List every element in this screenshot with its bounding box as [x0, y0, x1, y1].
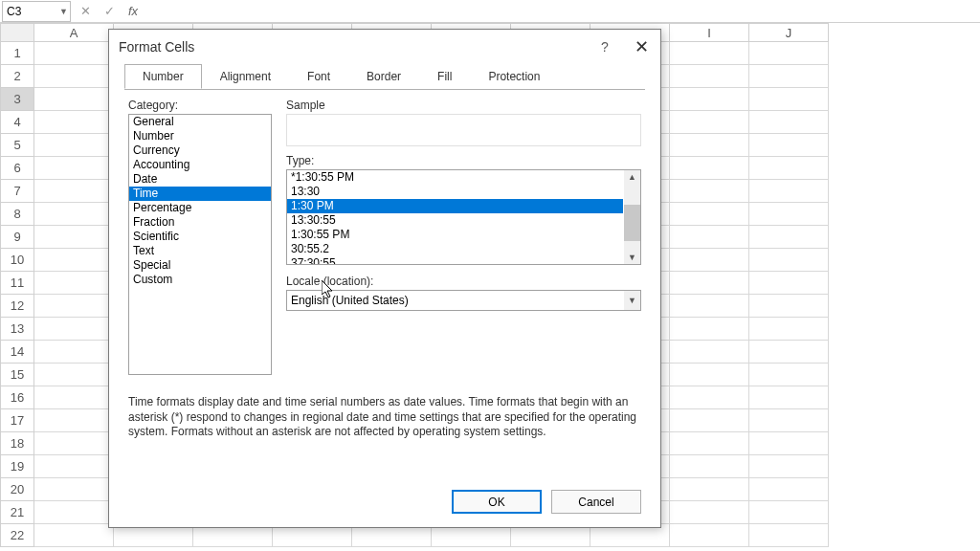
cell[interactable]	[670, 318, 749, 341]
cell[interactable]	[749, 295, 829, 318]
cell[interactable]	[34, 501, 114, 524]
cell[interactable]	[34, 478, 114, 501]
name-box-dropdown-icon[interactable]: ▼	[59, 7, 68, 16]
cell[interactable]	[670, 272, 749, 295]
cell[interactable]	[749, 409, 829, 432]
type-item[interactable]: 1:30 PM	[287, 199, 623, 213]
cell[interactable]	[749, 180, 829, 203]
tab-alignment[interactable]: Alignment	[202, 64, 289, 88]
row-header[interactable]: 6	[0, 157, 34, 180]
locale-select[interactable]: English (United States) ▼	[286, 290, 641, 311]
cell[interactable]	[749, 432, 829, 455]
cell[interactable]	[670, 295, 749, 318]
cell[interactable]	[749, 203, 829, 226]
row-header[interactable]: 19	[0, 455, 34, 478]
cell[interactable]	[670, 111, 749, 134]
cancel-button[interactable]: Cancel	[551, 490, 641, 514]
category-list[interactable]: GeneralNumberCurrencyAccountingDateTimeP…	[128, 114, 272, 375]
tab-protection[interactable]: Protection	[470, 64, 558, 88]
cell[interactable]	[34, 249, 114, 272]
cell[interactable]	[34, 88, 114, 111]
cell[interactable]	[670, 203, 749, 226]
cell[interactable]	[749, 226, 829, 249]
type-scrollbar[interactable]: ▲ ▼	[624, 170, 640, 264]
cell[interactable]	[749, 478, 829, 501]
cell[interactable]	[749, 318, 829, 341]
category-item[interactable]: Time	[129, 187, 271, 201]
cell[interactable]	[670, 249, 749, 272]
type-list[interactable]: *1:30:55 PM13:301:30 PM13:30:551:30:55 P…	[286, 169, 641, 265]
row-header[interactable]: 1	[0, 42, 34, 65]
row-header[interactable]: 15	[0, 364, 34, 386]
category-item[interactable]: Number	[129, 129, 271, 143]
cell[interactable]	[670, 524, 749, 547]
cell[interactable]	[749, 455, 829, 478]
row-header[interactable]: 10	[0, 249, 34, 272]
scroll-down-icon[interactable]: ▼	[624, 251, 640, 264]
cell[interactable]	[670, 157, 749, 180]
cell[interactable]	[34, 364, 114, 386]
fx-icon[interactable]: fx	[128, 4, 138, 18]
cell[interactable]	[670, 88, 749, 111]
cell[interactable]	[749, 88, 829, 111]
cell[interactable]	[34, 203, 114, 226]
row-header[interactable]: 2	[0, 65, 34, 88]
cell[interactable]	[34, 409, 114, 432]
category-item[interactable]: Accounting	[129, 158, 271, 172]
category-item[interactable]: Percentage	[129, 201, 271, 215]
cell[interactable]	[670, 364, 749, 386]
category-item[interactable]: Fraction	[129, 215, 271, 230]
cell[interactable]	[34, 42, 114, 65]
scroll-track[interactable]	[624, 184, 640, 251]
cell[interactable]	[670, 409, 749, 432]
tab-number[interactable]: Number	[124, 64, 202, 89]
cell[interactable]	[670, 341, 749, 364]
cell[interactable]	[34, 226, 114, 249]
cell[interactable]	[749, 157, 829, 180]
category-item[interactable]: Special	[129, 258, 271, 273]
type-item[interactable]: 30:55.2	[287, 242, 623, 256]
cell[interactable]	[749, 524, 829, 547]
row-header[interactable]: 8	[0, 203, 34, 226]
row-header[interactable]: 14	[0, 341, 34, 364]
cell[interactable]	[34, 180, 114, 203]
category-item[interactable]: Currency	[129, 143, 271, 158]
type-item[interactable]: 13:30	[287, 185, 623, 199]
cell[interactable]	[670, 134, 749, 157]
row-header[interactable]: 20	[0, 478, 34, 501]
cell[interactable]	[749, 364, 829, 386]
cancel-formula-icon[interactable]: ✕	[80, 4, 91, 18]
cell[interactable]	[670, 432, 749, 455]
row-header[interactable]: 21	[0, 501, 34, 524]
cell[interactable]	[34, 295, 114, 318]
category-item[interactable]: General	[129, 115, 271, 129]
row-header[interactable]: 18	[0, 432, 34, 455]
column-header[interactable]: A	[34, 23, 114, 42]
cell[interactable]	[670, 226, 749, 249]
select-all-corner[interactable]	[0, 23, 34, 42]
row-header[interactable]: 12	[0, 295, 34, 318]
cell[interactable]	[670, 42, 749, 65]
cell[interactable]	[749, 65, 829, 88]
cell[interactable]	[749, 501, 829, 524]
cell[interactable]	[749, 386, 829, 409]
cell[interactable]	[670, 478, 749, 501]
category-item[interactable]: Custom	[129, 273, 271, 287]
category-item[interactable]: Scientific	[129, 230, 271, 244]
dialog-titlebar[interactable]: Format Cells ? ✕	[109, 30, 660, 64]
row-header[interactable]: 22	[0, 524, 34, 547]
ok-button[interactable]: OK	[452, 490, 542, 514]
cell[interactable]	[34, 134, 114, 157]
close-button[interactable]: ✕	[632, 36, 651, 57]
cell[interactable]	[749, 341, 829, 364]
row-header[interactable]: 4	[0, 111, 34, 134]
type-item[interactable]: 1:30:55 PM	[287, 228, 623, 242]
cell[interactable]	[749, 111, 829, 134]
row-header[interactable]: 7	[0, 180, 34, 203]
cell[interactable]	[749, 272, 829, 295]
scroll-thumb[interactable]	[624, 205, 640, 241]
row-header[interactable]: 16	[0, 386, 34, 409]
cell[interactable]	[34, 65, 114, 88]
cell[interactable]	[670, 386, 749, 409]
cell[interactable]	[749, 249, 829, 272]
